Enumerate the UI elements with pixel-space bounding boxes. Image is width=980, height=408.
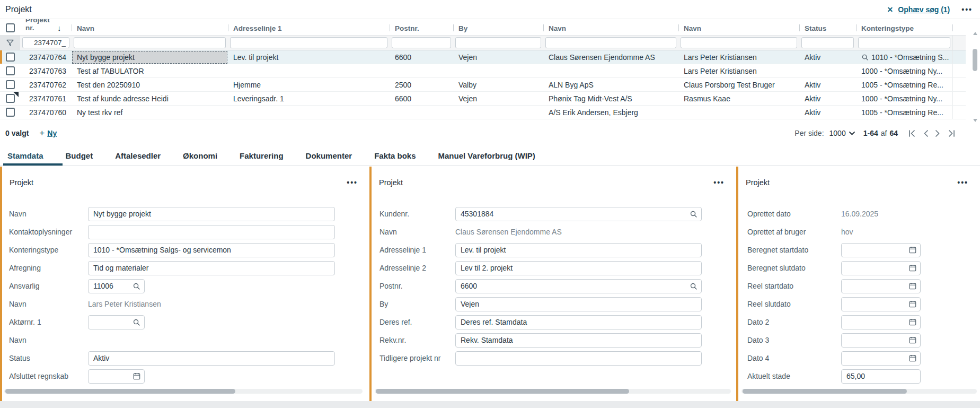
filter-konteringstype-input[interactable]: [858, 37, 950, 48]
col-status[interactable]: Status: [799, 19, 856, 33]
lookup-icon[interactable]: [861, 54, 869, 61]
row-checkbox[interactable]: [6, 53, 15, 62]
adresselinje1-input[interactable]: [455, 243, 702, 257]
tab-manuel-vareforbrug[interactable]: Manuel Vareforbrug (WIP): [437, 147, 536, 166]
close-icon[interactable]: ✕: [887, 5, 894, 14]
row-select-cell[interactable]: [0, 78, 20, 91]
col-navn[interactable]: Navn: [72, 19, 228, 33]
tab-aftalesedler[interactable]: Aftalesedler: [114, 147, 162, 166]
rekvnr-input[interactable]: [455, 333, 702, 348]
cell-ansvarlignavn[interactable]: [678, 106, 799, 119]
scrollbar-thumb[interactable]: [973, 49, 977, 71]
filter-navn-input[interactable]: [74, 37, 226, 48]
lookup-icon[interactable]: [690, 210, 698, 218]
cell-adresselinje1[interactable]: [228, 64, 390, 77]
scrollbar-thumb[interactable]: [743, 389, 907, 394]
table-row[interactable]: 237470763 Test af TABULATOR Lars Peter K…: [0, 64, 966, 78]
cell-adresselinje1[interactable]: [228, 106, 390, 119]
tab-fakturering[interactable]: Fakturering: [239, 147, 285, 166]
scrollbar-thumb[interactable]: [376, 389, 629, 394]
col-konteringstype[interactable]: Konteringstype: [856, 19, 952, 33]
select-all-checkbox[interactable]: [6, 23, 15, 32]
cell-navn[interactable]: Test den 20250910: [72, 78, 228, 91]
select-all-cell[interactable]: [0, 19, 20, 33]
tab-fakta-boks[interactable]: Fakta boks: [373, 147, 417, 166]
table-row[interactable]: 237470760 Ny test rkv ref A/S Erik Ander…: [0, 106, 966, 119]
filter-status-input[interactable]: [801, 37, 854, 48]
cell-kundenavn[interactable]: Claus Sørensen Ejendomme AS: [543, 50, 678, 64]
cell-kundenavn[interactable]: A/S Erik Andersen, Esbjerg: [543, 106, 678, 119]
cell-ansvarlignavn[interactable]: Lars Peter Kristiansen: [678, 50, 799, 64]
col-ansvarlignavn[interactable]: Navn: [678, 19, 799, 33]
first-page-icon[interactable]: [908, 130, 916, 137]
status-input[interactable]: [88, 351, 335, 366]
cell-status[interactable]: [799, 64, 856, 77]
scroll-up-icon[interactable]: [973, 32, 977, 35]
filter-ansvarlignavn-input[interactable]: [681, 37, 797, 48]
calendar-icon[interactable]: [909, 318, 916, 326]
tab-okonomi[interactable]: Økonomi: [182, 147, 218, 166]
filter-postnr-input[interactable]: [392, 37, 451, 48]
cell-projektnr[interactable]: 237470761: [20, 92, 72, 105]
cell-status[interactable]: Aktiv: [799, 50, 856, 64]
cell-projektnr[interactable]: 237470762: [20, 78, 72, 91]
new-button[interactable]: + Ny: [39, 128, 57, 138]
col-postnr[interactable]: Postnr.: [390, 19, 453, 33]
row-select-cell[interactable]: [0, 64, 20, 77]
by-input[interactable]: [455, 297, 702, 311]
prev-page-icon[interactable]: [923, 130, 928, 137]
panel-horizontal-scrollbar[interactable]: [741, 389, 977, 394]
cell-status[interactable]: Aktiv: [799, 106, 856, 119]
cell-navn[interactable]: Nyt bygge projekt: [72, 50, 228, 64]
kontaktoplysninger-input[interactable]: [88, 225, 335, 239]
table-row[interactable]: 237470761 Test af kunde adresse Heidi Le…: [0, 92, 966, 106]
cell-projektnr[interactable]: 237470764: [20, 50, 72, 64]
calendar-icon[interactable]: [909, 354, 916, 362]
cell-adresselinje1[interactable]: Lev. til projekt: [228, 50, 390, 64]
clear-search-label[interactable]: Ophæv søg (1): [898, 5, 950, 14]
postnr-input[interactable]: [455, 279, 702, 293]
row-checkbox[interactable]: [6, 80, 15, 89]
cell-ansvarlignavn[interactable]: Lars Peter Kristiansen: [678, 64, 799, 77]
panel-horizontal-scrollbar[interactable]: [375, 389, 731, 394]
cell-adresselinje1[interactable]: Leveringsadr. 1: [228, 92, 390, 105]
calendar-icon[interactable]: [909, 264, 916, 272]
afregning-input[interactable]: [88, 261, 335, 275]
cell-konteringstype[interactable]: 1005 - *Omsætning Re...: [856, 106, 952, 119]
cell-postnr[interactable]: 6600: [390, 50, 453, 64]
deres-ref-input[interactable]: [455, 315, 702, 329]
table-row[interactable]: 237470762 Test den 20250910 Hjemme 2500 …: [0, 78, 966, 92]
cell-postnr[interactable]: [390, 64, 453, 77]
panel-more-icon[interactable]: •••: [713, 178, 725, 187]
filter-kundenavn-input[interactable]: [545, 37, 676, 48]
cell-postnr[interactable]: 2500: [390, 78, 453, 91]
tab-budget[interactable]: Budget: [65, 147, 94, 166]
scroll-down-icon[interactable]: [973, 119, 977, 122]
more-menu-icon[interactable]: •••: [961, 5, 973, 14]
row-select-cell[interactable]: [0, 106, 20, 119]
cell-ansvarlignavn[interactable]: Rasmus Kaae: [678, 92, 799, 105]
scrollbar-thumb[interactable]: [5, 389, 235, 394]
filter-by-input[interactable]: [455, 37, 541, 48]
row-checkbox[interactable]: [6, 66, 15, 75]
tab-dokumenter[interactable]: Dokumenter: [305, 147, 354, 166]
adresselinje2-input[interactable]: [455, 261, 702, 275]
page-size-select[interactable]: 1000: [829, 129, 855, 137]
tab-stamdata[interactable]: Stamdata: [6, 147, 45, 166]
calendar-icon[interactable]: [909, 336, 916, 344]
row-select-cell[interactable]: [0, 50, 20, 64]
cell-status[interactable]: Aktiv: [799, 92, 856, 105]
cell-kundenavn[interactable]: ALN Byg ApS: [543, 78, 678, 91]
next-page-icon[interactable]: [935, 130, 940, 137]
calendar-icon[interactable]: [909, 246, 916, 254]
cell-konteringstype[interactable]: 1000 - *Omsætning Ny...: [856, 64, 952, 77]
tidligere-projektnr-input[interactable]: [455, 351, 702, 366]
cell-by[interactable]: [453, 64, 543, 77]
cell-postnr[interactable]: 6600: [390, 92, 453, 105]
konteringstype-input[interactable]: [88, 243, 335, 257]
calendar-icon[interactable]: [909, 282, 916, 290]
filter-funnel-cell[interactable]: [0, 36, 20, 50]
cell-konteringstype[interactable]: 1000 - *Omsætning Ny...: [856, 92, 952, 105]
cell-ansvarlignavn[interactable]: Claus Porsborg Test Bruger: [678, 78, 799, 91]
panel-more-icon[interactable]: •••: [347, 178, 358, 187]
